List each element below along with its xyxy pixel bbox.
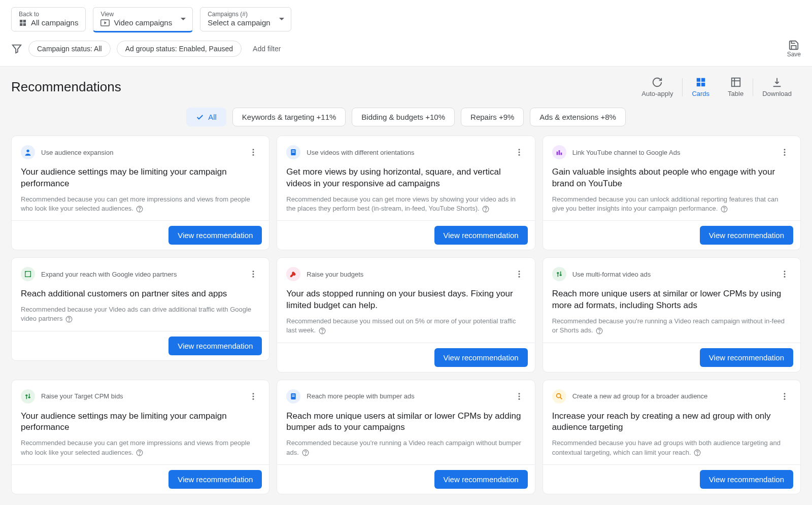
save-button[interactable]: Save [787,40,801,58]
svg-point-36 [253,271,254,273]
svg-point-46 [784,271,786,273]
card-title: Reach additional customers on partner si… [21,288,260,300]
svg-point-26 [486,211,486,211]
save-icon [788,40,799,51]
recommendations-grid: Use audience expansion Your audience set… [0,136,812,505]
svg-point-22 [518,149,520,150]
card-reason: Recommended because you're running a Vid… [552,317,791,335]
back-to-dropdown[interactable]: Back to All campaigns [11,7,86,31]
svg-point-64 [556,393,560,397]
svg-rect-28 [558,150,560,155]
card-type-label: Create a new ad group for a broader audi… [572,392,708,400]
category-all[interactable]: All [186,108,226,126]
svg-rect-57 [292,394,295,395]
campaigns-dropdown[interactable]: Campaigns (#) Select a campaign [200,7,291,31]
recommendation-card: Raise your budgets Your ads stopped runn… [277,257,535,372]
add-filter-button[interactable]: Add filter [248,41,286,56]
card-title: Your ads stopped running on your busiest… [286,288,525,312]
card-reason: Recommended because you have ad groups w… [552,439,791,457]
table-view-button[interactable]: Table [719,77,753,97]
download-button[interactable]: Download [753,77,801,97]
recommendation-card: Use audience expansion Your audience set… [11,136,269,250]
view-recommendation-button[interactable]: View recommendation [168,336,262,355]
svg-point-53 [253,398,254,399]
card-reason: Recommended because you missed out on 5%… [286,317,525,335]
card-menu-button[interactable] [513,390,526,403]
check-icon [196,113,204,121]
svg-rect-9 [701,83,705,86]
card-menu-button[interactable] [778,390,791,403]
help-icon[interactable] [482,206,489,213]
svg-rect-2 [20,23,22,25]
card-type-label: Reach more people with bumper ads [307,392,414,400]
view-recommendation-button[interactable]: View recommendation [434,470,528,489]
card-menu-button[interactable] [513,146,526,159]
svg-point-16 [253,154,254,156]
category-keywords[interactable]: Keywords & targeting +11% [232,108,346,126]
view-recommendation-button[interactable]: View recommendation [700,470,793,489]
help-icon[interactable] [596,327,603,334]
svg-marker-5 [105,21,107,24]
card-type-label: Raise your Target CPM bids [41,392,123,400]
help-icon[interactable] [136,449,143,456]
help-icon[interactable] [65,316,73,323]
svg-point-34 [724,211,724,211]
view-dropdown[interactable]: View Video campaigns [93,7,193,32]
grid-icon [19,19,27,27]
card-type-icon [21,267,35,281]
svg-point-55 [140,454,140,455]
view-recommendation-button[interactable]: View recommendation [700,226,793,245]
help-icon[interactable] [302,449,309,456]
auto-apply-button[interactable]: Auto-apply [632,77,682,97]
recommendation-card: Raise your Target CPM bids Your audience… [11,380,269,494]
svg-rect-0 [20,20,22,22]
svg-point-48 [784,276,786,278]
help-icon[interactable] [319,327,326,334]
page-header: Recommendations Auto-apply Cards Table [0,66,812,103]
view-recommendation-button[interactable]: View recommendation [700,348,793,367]
category-bidding[interactable]: Bidding & budgets +10% [352,108,455,126]
card-title: Your audience settings may be limiting y… [21,411,260,434]
category-chips: All Keywords & targeting +11% Bidding & … [0,103,812,136]
card-menu-button[interactable] [778,146,791,159]
help-icon[interactable] [136,206,143,213]
filter-chip-campaign-status[interactable]: Campaign status: All [28,41,111,57]
chevron-down-icon [279,17,285,21]
view-recommendation-button[interactable]: View recommendation [434,226,528,245]
refresh-icon [652,77,663,88]
category-ads[interactable]: Ads & extensions +8% [530,108,626,126]
svg-point-61 [518,398,520,399]
card-type-icon [286,389,300,403]
filter-chip-adgroup-status[interactable]: Ad group status: Enabled, Paused [117,41,242,57]
download-icon [771,77,783,88]
svg-point-30 [784,149,786,150]
svg-rect-7 [701,78,705,82]
save-label: Save [787,51,801,58]
card-reason: Recommended because your Video ads can d… [21,305,260,323]
card-type-label: Use multi-format video ads [572,271,651,278]
svg-point-40 [69,321,70,321]
cards-label: Cards [692,90,709,97]
card-title: Increase your reach by creating a new ad… [552,411,791,434]
card-menu-button[interactable] [247,267,260,281]
help-icon[interactable] [694,449,701,456]
svg-point-42 [518,274,520,275]
card-reason: Recommended because you can unlock addit… [552,195,791,213]
card-menu-button[interactable] [247,146,260,159]
filter-icon[interactable] [11,43,22,54]
view-recommendation-button[interactable]: View recommendation [434,348,528,367]
view-recommendation-button[interactable]: View recommendation [168,226,262,245]
card-menu-button[interactable] [513,267,526,281]
top-controls-bar: Back to All campaigns View Video campaig… [0,0,812,32]
cards-view-button[interactable]: Cards [683,77,719,97]
view-recommendation-button[interactable]: View recommendation [168,470,262,489]
svg-rect-27 [556,152,558,155]
card-menu-button[interactable] [778,267,791,281]
card-type-label: Use audience expansion [41,149,113,156]
header-actions: Auto-apply Cards Table Download [632,77,801,97]
filter-bar: Campaign status: All Ad group status: En… [0,32,812,66]
category-repairs[interactable]: Repairs +9% [461,108,524,126]
card-menu-button[interactable] [247,390,260,403]
svg-line-65 [560,397,562,399]
help-icon[interactable] [721,206,728,213]
